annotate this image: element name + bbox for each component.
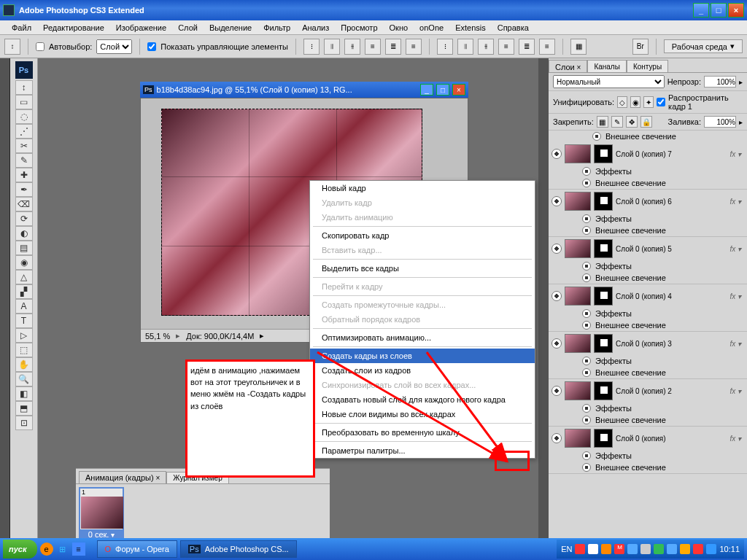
tool-button[interactable]: ◌	[15, 109, 33, 124]
menu-item[interactable]: Фильтр	[258, 22, 296, 34]
task-button[interactable]: PsAdobe Photoshop CS...	[180, 540, 297, 558]
menu-item[interactable]: Просмотр	[335, 22, 383, 34]
tool-button[interactable]: △	[15, 270, 33, 284]
align-icon[interactable]: ⫵	[344, 39, 360, 55]
distribute-icon[interactable]: ≡	[498, 39, 514, 55]
tray-icon[interactable]	[667, 544, 677, 554]
tool-button[interactable]: ◐	[15, 226, 33, 241]
tool-button[interactable]: ▭	[15, 95, 33, 109]
distribute-icon[interactable]: ⫴	[457, 39, 473, 55]
visibility-toggle[interactable]	[551, 291, 562, 301]
align-icon[interactable]: ≡	[406, 39, 422, 55]
maximize-button[interactable]: □	[711, 3, 727, 18]
visibility-toggle[interactable]	[551, 338, 562, 349]
distribute-icon[interactable]: ≡	[539, 39, 555, 55]
minimize-button[interactable]: _	[693, 3, 709, 18]
tray-icon[interactable]: M	[614, 544, 624, 554]
menu-item[interactable]: Новые слои видимы во всех кадрах	[310, 407, 535, 421]
unify-pos-icon[interactable]: ◇	[617, 96, 627, 108]
visibility-toggle[interactable]	[551, 244, 562, 254]
opacity-input[interactable]	[704, 76, 736, 88]
fx-indicator[interactable]: fx ▾	[729, 292, 744, 300]
tool-button[interactable]: ▤	[15, 241, 33, 255]
visibility-toggle[interactable]	[582, 226, 591, 235]
visibility-toggle[interactable]	[582, 262, 591, 271]
tool-button[interactable]: ✚	[15, 168, 33, 182]
tray-icon[interactable]	[640, 544, 651, 554]
tool-button[interactable]: ⬚	[15, 343, 33, 357]
fx-indicator[interactable]: fx ▾	[729, 245, 744, 253]
tool-button[interactable]: ⌫	[15, 197, 33, 211]
tool-button[interactable]: ⬒	[15, 401, 33, 416]
auto-select-target[interactable]: Слой	[96, 39, 132, 54]
distribute-icon[interactable]: ⫵	[478, 39, 494, 55]
layer-row[interactable]: Слой 0 (копия) 3 fx ▾	[549, 332, 747, 355]
visibility-toggle[interactable]	[551, 386, 562, 396]
menu-item[interactable]: Выделение	[204, 22, 258, 34]
layer-row[interactable]: Слой 0 (копия) fx ▾	[549, 427, 747, 450]
visibility-toggle[interactable]	[551, 433, 562, 443]
menu-item[interactable]: Редактирование	[37, 22, 110, 34]
close-button[interactable]: ×	[728, 3, 744, 18]
menu-item[interactable]: Справка	[492, 22, 535, 34]
auto-align-icon[interactable]: ▦	[570, 39, 587, 55]
visibility-toggle[interactable]	[551, 149, 562, 159]
visibility-toggle[interactable]	[582, 309, 591, 318]
tool-button[interactable]: ◧	[15, 386, 33, 401]
align-icon[interactable]: ⫴	[324, 39, 340, 55]
tray-icon[interactable]	[627, 544, 638, 554]
layer-row[interactable]: Слой 0 (копия) 7 fx ▾	[549, 142, 747, 166]
tool-button[interactable]: ✋	[15, 357, 33, 372]
tool-button[interactable]: ▞	[15, 284, 33, 299]
layer-row[interactable]: Слой 0 (копия) 5 fx ▾	[549, 237, 747, 260]
menu-item[interactable]: Extensis	[449, 22, 492, 34]
tool-button[interactable]: ✒	[15, 182, 33, 197]
fx-indicator[interactable]: fx ▾	[729, 340, 744, 348]
visibility-toggle[interactable]	[582, 179, 591, 187]
quick-launch-icon[interactable]: е	[40, 542, 53, 556]
zoom-level[interactable]: 55,1 %	[145, 332, 170, 341]
tab-layers[interactable]: Слои ×	[549, 60, 587, 72]
move-tool-icon[interactable]: ↕	[4, 39, 20, 55]
start-button[interactable]: пуск	[3, 540, 37, 559]
show-controls-checkbox[interactable]	[147, 42, 156, 51]
lock-pos-icon[interactable]: ✥	[626, 116, 638, 128]
task-button[interactable]: OФорум - Opera	[97, 540, 177, 558]
menu-item[interactable]: Преобразовать во временную шкалу	[310, 425, 535, 440]
doc-maximize-button[interactable]: □	[436, 84, 449, 96]
doc-minimize-button[interactable]: _	[420, 84, 433, 96]
fx-indicator[interactable]: fx ▾	[729, 387, 744, 395]
animation-frame[interactable]: 1 0 сек. ▾	[79, 487, 124, 541]
layer-row[interactable]: Слой 0 (копия) 2 fx ▾	[549, 379, 747, 402]
lock-pixels-icon[interactable]: ▦	[597, 116, 608, 128]
visibility-toggle[interactable]	[582, 451, 591, 460]
unify-style-icon[interactable]: ✦	[643, 96, 654, 108]
quick-launch-icon[interactable]: ⊞	[56, 542, 69, 556]
quick-launch-icon[interactable]: ≡	[72, 542, 85, 556]
visibility-toggle[interactable]	[582, 357, 591, 365]
visibility-toggle[interactable]	[582, 404, 591, 413]
visibility-toggle[interactable]	[582, 321, 591, 330]
visibility-toggle[interactable]	[582, 214, 591, 223]
menu-item[interactable]: Создать слои из кадров	[310, 363, 535, 378]
lock-brush-icon[interactable]: ✎	[611, 116, 623, 128]
lock-all-icon[interactable]: 🔒	[640, 116, 652, 128]
layer-row[interactable]: Слой 0 (копия) 4 fx ▾	[549, 284, 747, 308]
menu-item[interactable]: onOne	[414, 22, 449, 34]
tool-button[interactable]: ↕	[15, 80, 33, 95]
tool-button[interactable]: ✎	[15, 153, 33, 168]
visibility-toggle[interactable]	[551, 196, 562, 206]
tray-icon[interactable]	[654, 544, 664, 554]
tool-button[interactable]: ⋰	[15, 124, 33, 139]
menu-item[interactable]: Окно	[384, 22, 414, 34]
tool-button[interactable]: 🔍	[15, 372, 33, 386]
menu-item[interactable]: Создать кадры из слоев	[310, 349, 535, 363]
menu-item[interactable]: Анализ	[296, 22, 335, 34]
tab-channels[interactable]: Каналы	[587, 60, 627, 72]
tray-icon[interactable]	[588, 544, 598, 554]
fx-indicator[interactable]: fx ▾	[729, 198, 744, 206]
unify-vis-icon[interactable]: ◉	[630, 96, 640, 108]
blend-mode-select[interactable]: Нормальный	[553, 75, 665, 88]
visibility-toggle[interactable]	[582, 368, 591, 377]
tray-icon[interactable]	[575, 544, 585, 554]
